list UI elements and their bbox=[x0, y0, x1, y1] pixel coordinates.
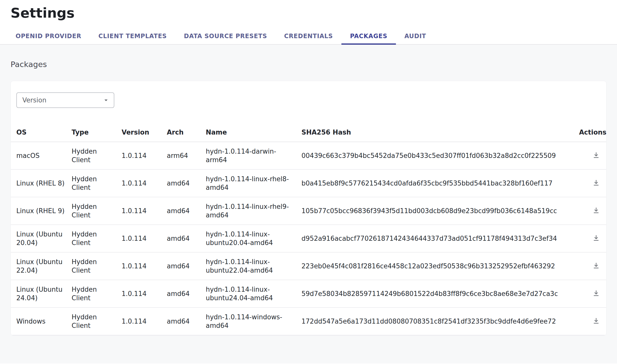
arch-cell: amd64 bbox=[167, 169, 206, 197]
table-row: Linux (Ubuntu 24.04) Hydden Client 1.0.1… bbox=[11, 280, 606, 308]
table-row: macOS Hydden Client 1.0.114 arm64 hydn-1… bbox=[11, 142, 606, 169]
sha256-cell: 59d7e58034b828597114249b6801522d4b83ff8f… bbox=[301, 280, 579, 308]
column-header-arch: Arch bbox=[167, 122, 206, 142]
type-cell: Hydden Client bbox=[72, 308, 122, 335]
tab-packages[interactable]: PACKAGES bbox=[341, 28, 396, 44]
tab-client-templates[interactable]: CLIENT TEMPLATES bbox=[90, 28, 175, 44]
download-icon bbox=[592, 267, 600, 270]
download-icon bbox=[592, 239, 600, 243]
sha256-cell: 00439c663c379b4bc5452da75e0b433c5ed307ff… bbox=[301, 142, 579, 169]
tab-bar: OPENID PROVIDER CLIENT TEMPLATES DATA SO… bbox=[0, 28, 617, 45]
download-button[interactable] bbox=[591, 288, 601, 298]
tab-audit[interactable]: AUDIT bbox=[396, 28, 435, 44]
download-icon bbox=[592, 156, 600, 160]
version-cell: 1.0.114 bbox=[122, 308, 167, 335]
version-cell: 1.0.114 bbox=[122, 169, 167, 197]
type-cell: Hydden Client bbox=[72, 252, 122, 280]
table-row: Linux (Ubuntu 22.04) Hydden Client 1.0.1… bbox=[11, 252, 606, 280]
os-cell: Linux (RHEL 9) bbox=[11, 197, 72, 225]
version-cell: 1.0.114 bbox=[122, 142, 167, 169]
sha256-cell: 172dd547a5e6a173d11dd08080708351c8f2541d… bbox=[301, 308, 579, 335]
os-cell: Linux (Ubuntu 24.04) bbox=[11, 280, 72, 308]
arch-cell: amd64 bbox=[167, 225, 206, 252]
type-cell: Hydden Client bbox=[72, 169, 122, 197]
name-cell: hydn-1.0.114-linux-rhel9-amd64 bbox=[206, 197, 301, 225]
download-button[interactable] bbox=[591, 178, 601, 188]
arch-cell: arm64 bbox=[167, 142, 206, 169]
column-header-actions: Actions bbox=[579, 122, 606, 142]
os-cell: Windows bbox=[11, 308, 72, 335]
table-row: Linux (RHEL 9) Hydden Client 1.0.114 amd… bbox=[11, 197, 606, 225]
sha256-cell: d952a916acabcf77026187142434644337d73ad0… bbox=[301, 225, 579, 252]
download-button[interactable] bbox=[591, 150, 601, 160]
download-icon bbox=[592, 211, 600, 215]
tab-openid-provider[interactable]: OPENID PROVIDER bbox=[7, 28, 90, 44]
download-button[interactable] bbox=[591, 205, 601, 215]
tabs: OPENID PROVIDER CLIENT TEMPLATES DATA SO… bbox=[7, 28, 617, 44]
arch-cell: amd64 bbox=[167, 252, 206, 280]
type-cell: Hydden Client bbox=[72, 197, 122, 225]
tab-credentials[interactable]: CREDENTIALS bbox=[276, 28, 341, 44]
version-cell: 1.0.114 bbox=[122, 225, 167, 252]
sha256-cell: b0a415eb8f9c5776215434cd0afda6f35cbc9f53… bbox=[301, 169, 579, 197]
column-header-version: Version bbox=[122, 122, 167, 142]
arch-cell: amd64 bbox=[167, 197, 206, 225]
version-cell: 1.0.114 bbox=[122, 197, 167, 225]
page-title: Settings bbox=[11, 5, 606, 22]
name-cell: hydn-1.0.114-linux-rhel8-amd64 bbox=[206, 169, 301, 197]
name-cell: hydn-1.0.114-linux-ubuntu24.04-amd64 bbox=[206, 280, 301, 308]
card-toolbar: Version bbox=[11, 81, 606, 108]
column-header-type: Type bbox=[72, 122, 122, 142]
type-cell: Hydden Client bbox=[72, 280, 122, 308]
tab-data-source-presets[interactable]: DATA SOURCE PRESETS bbox=[175, 28, 276, 44]
name-cell: hydn-1.0.114-darwin-arm64 bbox=[206, 142, 301, 169]
sha256-cell: 105b77c05bcc96836f3943f5d11bd003dcb608d9… bbox=[301, 197, 579, 225]
os-cell: Linux (Ubuntu 22.04) bbox=[11, 252, 72, 280]
type-cell: Hydden Client bbox=[72, 225, 122, 252]
packages-card: Version OS Type Version bbox=[11, 81, 606, 336]
name-cell: hydn-1.0.114-linux-ubuntu22.04-amd64 bbox=[206, 252, 301, 280]
version-select[interactable]: Version bbox=[16, 92, 114, 108]
table-row: Linux (RHEL 8) Hydden Client 1.0.114 amd… bbox=[11, 169, 606, 197]
type-cell: Hydden Client bbox=[72, 142, 122, 169]
chevron-down-icon bbox=[102, 96, 110, 104]
download-icon bbox=[592, 184, 600, 188]
os-cell: macOS bbox=[11, 142, 72, 169]
download-icon bbox=[592, 294, 600, 298]
os-cell: Linux (RHEL 8) bbox=[11, 169, 72, 197]
table-header-row: OS Type Version Arch Name SHA256 Hash Ac… bbox=[11, 122, 606, 142]
sha256-cell: 223eb0e45f4c081f2816ce4458c12a023edf5053… bbox=[301, 252, 579, 280]
download-button[interactable] bbox=[591, 233, 601, 243]
arch-cell: amd64 bbox=[167, 280, 206, 308]
arch-cell: amd64 bbox=[167, 308, 206, 335]
section-title: Packages bbox=[11, 45, 606, 69]
column-header-sha256: SHA256 Hash bbox=[301, 122, 579, 142]
version-cell: 1.0.114 bbox=[122, 280, 167, 308]
name-cell: hydn-1.0.114-windows-amd64 bbox=[206, 308, 301, 335]
page-header: Settings bbox=[0, 0, 617, 22]
packages-section: Packages Version OS bbox=[0, 45, 617, 363]
column-header-os: OS bbox=[11, 122, 72, 142]
column-header-name: Name bbox=[206, 122, 301, 142]
download-button[interactable] bbox=[591, 316, 601, 326]
download-icon bbox=[592, 322, 600, 326]
download-button[interactable] bbox=[591, 261, 601, 271]
version-select-label: Version bbox=[22, 96, 46, 104]
name-cell: hydn-1.0.114-linux-ubuntu20.04-amd64 bbox=[206, 225, 301, 252]
os-cell: Linux (Ubuntu 20.04) bbox=[11, 225, 72, 252]
table-row: Windows Hydden Client 1.0.114 amd64 hydn… bbox=[11, 308, 606, 335]
packages-table: OS Type Version Arch Name SHA256 Hash Ac… bbox=[11, 122, 606, 335]
version-cell: 1.0.114 bbox=[122, 252, 167, 280]
table-row: Linux (Ubuntu 20.04) Hydden Client 1.0.1… bbox=[11, 225, 606, 252]
